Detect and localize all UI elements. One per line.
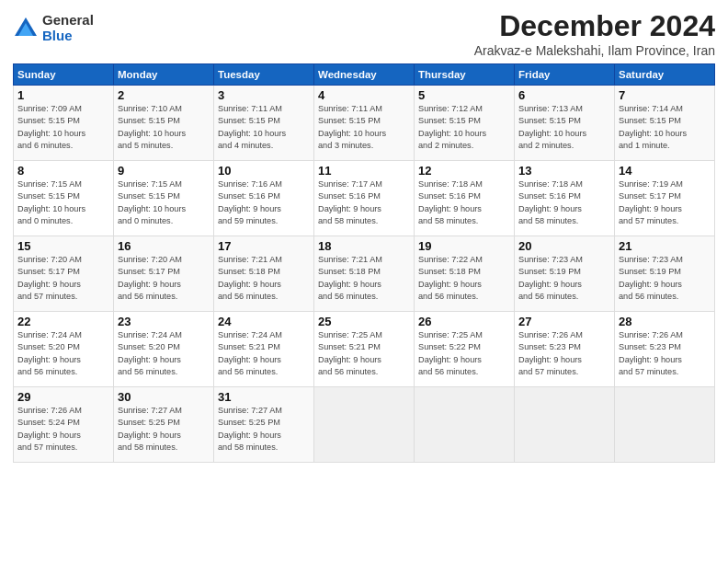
col-sunday: Sunday [14, 64, 114, 86]
calendar-cell: 26Sunrise: 7:25 AM Sunset: 5:22 PM Dayli… [415, 312, 515, 387]
day-info: Sunrise: 7:24 AM Sunset: 5:20 PM Dayligh… [118, 329, 210, 378]
header-row: Sunday Monday Tuesday Wednesday Thursday… [14, 64, 715, 86]
day-info: Sunrise: 7:15 AM Sunset: 5:15 PM Dayligh… [118, 178, 210, 227]
day-number: 19 [418, 239, 510, 253]
col-wednesday: Wednesday [314, 64, 415, 86]
day-number: 14 [619, 164, 711, 178]
calendar-cell: 17Sunrise: 7:21 AM Sunset: 5:18 PM Dayli… [214, 236, 314, 312]
day-number: 20 [518, 239, 610, 253]
calendar-cell: 27Sunrise: 7:26 AM Sunset: 5:23 PM Dayli… [515, 312, 615, 387]
calendar-cell: 21Sunrise: 7:23 AM Sunset: 5:19 PM Dayli… [615, 236, 715, 312]
day-number: 31 [218, 390, 310, 404]
calendar-cell: 14Sunrise: 7:19 AM Sunset: 5:17 PM Dayli… [615, 161, 715, 236]
col-friday: Friday [515, 64, 615, 86]
day-number: 27 [518, 315, 610, 328]
day-info: Sunrise: 7:16 AM Sunset: 5:16 PM Dayligh… [218, 178, 310, 227]
calendar-cell: 6Sunrise: 7:13 AM Sunset: 5:15 PM Daylig… [515, 86, 615, 161]
calendar-cell [515, 387, 615, 463]
calendar-cell: 1Sunrise: 7:09 AM Sunset: 5:15 PM Daylig… [14, 86, 114, 161]
day-info: Sunrise: 7:20 AM Sunset: 5:17 PM Dayligh… [118, 254, 210, 303]
page-container: General Blue December 2024 Arakvaz-e Mal… [0, 0, 728, 472]
day-number: 11 [318, 164, 410, 178]
header: General Blue December 2024 Arakvaz-e Mal… [13, 9, 715, 58]
title-block: December 2024 Arakvaz-e Malekshahi, Ilam… [474, 9, 715, 58]
day-number: 28 [619, 315, 711, 328]
calendar-cell: 7Sunrise: 7:14 AM Sunset: 5:15 PM Daylig… [615, 86, 715, 161]
day-number: 16 [118, 239, 210, 253]
day-info: Sunrise: 7:11 AM Sunset: 5:15 PM Dayligh… [318, 103, 410, 152]
calendar-cell: 30Sunrise: 7:27 AM Sunset: 5:25 PM Dayli… [114, 387, 214, 463]
day-info: Sunrise: 7:15 AM Sunset: 5:15 PM Dayligh… [17, 178, 109, 227]
day-info: Sunrise: 7:26 AM Sunset: 5:23 PM Dayligh… [518, 329, 610, 378]
col-monday: Monday [114, 64, 214, 86]
day-info: Sunrise: 7:25 AM Sunset: 5:21 PM Dayligh… [318, 329, 410, 378]
col-saturday: Saturday [615, 64, 715, 86]
day-number: 6 [518, 88, 610, 102]
day-info: Sunrise: 7:23 AM Sunset: 5:19 PM Dayligh… [518, 254, 610, 303]
calendar-cell: 16Sunrise: 7:20 AM Sunset: 5:17 PM Dayli… [114, 236, 214, 312]
day-info: Sunrise: 7:22 AM Sunset: 5:18 PM Dayligh… [418, 254, 510, 303]
calendar-cell: 12Sunrise: 7:18 AM Sunset: 5:16 PM Dayli… [415, 161, 515, 236]
calendar-week: 29Sunrise: 7:26 AM Sunset: 5:24 PM Dayli… [14, 387, 715, 463]
day-number: 17 [218, 239, 310, 253]
calendar-cell: 15Sunrise: 7:20 AM Sunset: 5:17 PM Dayli… [14, 236, 114, 312]
day-number: 22 [17, 315, 109, 328]
day-number: 25 [318, 315, 410, 328]
logo-text-blue: Blue [42, 29, 94, 44]
location-title: Arakvaz-e Malekshahi, Ilam Province, Ira… [474, 43, 715, 58]
day-number: 10 [218, 164, 310, 178]
col-tuesday: Tuesday [214, 64, 314, 86]
day-number: 8 [17, 164, 109, 178]
calendar-cell: 18Sunrise: 7:21 AM Sunset: 5:18 PM Dayli… [314, 236, 415, 312]
day-number: 26 [418, 315, 510, 328]
day-info: Sunrise: 7:17 AM Sunset: 5:16 PM Dayligh… [318, 178, 410, 227]
calendar-table: Sunday Monday Tuesday Wednesday Thursday… [13, 63, 715, 463]
day-number: 24 [218, 315, 310, 328]
calendar-cell: 5Sunrise: 7:12 AM Sunset: 5:15 PM Daylig… [415, 86, 515, 161]
day-info: Sunrise: 7:21 AM Sunset: 5:18 PM Dayligh… [218, 254, 310, 303]
day-number: 12 [418, 164, 510, 178]
day-number: 1 [17, 88, 109, 102]
calendar-cell: 8Sunrise: 7:15 AM Sunset: 5:15 PM Daylig… [14, 161, 114, 236]
day-info: Sunrise: 7:12 AM Sunset: 5:15 PM Dayligh… [418, 103, 510, 152]
day-info: Sunrise: 7:09 AM Sunset: 5:15 PM Dayligh… [17, 103, 109, 152]
day-number: 3 [218, 88, 310, 102]
day-info: Sunrise: 7:20 AM Sunset: 5:17 PM Dayligh… [17, 254, 109, 303]
calendar-cell [615, 387, 715, 463]
calendar-cell: 19Sunrise: 7:22 AM Sunset: 5:18 PM Dayli… [415, 236, 515, 312]
day-info: Sunrise: 7:10 AM Sunset: 5:15 PM Dayligh… [118, 103, 210, 152]
day-number: 15 [17, 239, 109, 253]
day-number: 9 [118, 164, 210, 178]
day-number: 29 [17, 390, 109, 404]
calendar-cell: 9Sunrise: 7:15 AM Sunset: 5:15 PM Daylig… [114, 161, 214, 236]
day-info: Sunrise: 7:23 AM Sunset: 5:19 PM Dayligh… [619, 254, 711, 303]
month-title: December 2024 [474, 9, 715, 43]
calendar-cell: 23Sunrise: 7:24 AM Sunset: 5:20 PM Dayli… [114, 312, 214, 387]
calendar-cell: 24Sunrise: 7:24 AM Sunset: 5:21 PM Dayli… [214, 312, 314, 387]
logo-icon [13, 16, 39, 41]
calendar-cell: 4Sunrise: 7:11 AM Sunset: 5:15 PM Daylig… [314, 86, 415, 161]
calendar-cell: 31Sunrise: 7:27 AM Sunset: 5:25 PM Dayli… [214, 387, 314, 463]
calendar-cell: 3Sunrise: 7:11 AM Sunset: 5:15 PM Daylig… [214, 86, 314, 161]
calendar-cell: 20Sunrise: 7:23 AM Sunset: 5:19 PM Dayli… [515, 236, 615, 312]
day-info: Sunrise: 7:14 AM Sunset: 5:15 PM Dayligh… [619, 103, 711, 152]
day-info: Sunrise: 7:27 AM Sunset: 5:25 PM Dayligh… [218, 405, 310, 454]
day-info: Sunrise: 7:24 AM Sunset: 5:21 PM Dayligh… [218, 329, 310, 378]
calendar-cell: 13Sunrise: 7:18 AM Sunset: 5:16 PM Dayli… [515, 161, 615, 236]
day-info: Sunrise: 7:26 AM Sunset: 5:23 PM Dayligh… [619, 329, 711, 378]
calendar-cell [415, 387, 515, 463]
day-info: Sunrise: 7:24 AM Sunset: 5:20 PM Dayligh… [17, 329, 109, 378]
day-number: 21 [619, 239, 711, 253]
calendar-cell: 29Sunrise: 7:26 AM Sunset: 5:24 PM Dayli… [14, 387, 114, 463]
day-number: 30 [118, 390, 210, 404]
calendar-week: 22Sunrise: 7:24 AM Sunset: 5:20 PM Dayli… [14, 312, 715, 387]
day-info: Sunrise: 7:25 AM Sunset: 5:22 PM Dayligh… [418, 329, 510, 378]
day-info: Sunrise: 7:26 AM Sunset: 5:24 PM Dayligh… [17, 405, 109, 454]
day-info: Sunrise: 7:18 AM Sunset: 5:16 PM Dayligh… [518, 178, 610, 227]
calendar-cell: 22Sunrise: 7:24 AM Sunset: 5:20 PM Dayli… [14, 312, 114, 387]
col-thursday: Thursday [415, 64, 515, 86]
calendar-week: 15Sunrise: 7:20 AM Sunset: 5:17 PM Dayli… [14, 236, 715, 312]
day-number: 13 [518, 164, 610, 178]
calendar-cell: 28Sunrise: 7:26 AM Sunset: 5:23 PM Dayli… [615, 312, 715, 387]
calendar-cell: 10Sunrise: 7:16 AM Sunset: 5:16 PM Dayli… [214, 161, 314, 236]
